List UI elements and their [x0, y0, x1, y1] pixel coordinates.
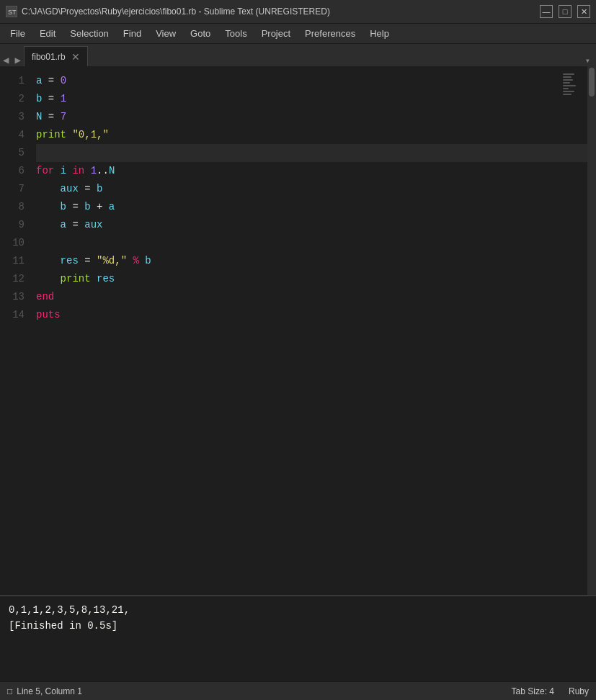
line-num-7: 7: [7, 180, 25, 198]
code-line-2: b = 1: [36, 90, 587, 108]
status-bar: □ Line 5, Column 1 Tab Size: 4 Ruby: [0, 681, 596, 700]
code-area: 1 2 3 4 5 6 7 8 9 10 11 12 13 14 a = 0 b…: [0, 66, 596, 595]
code-line-8: b = b + a: [36, 198, 587, 216]
line-num-5: 5: [7, 144, 25, 162]
line-numbers: 1 2 3 4 5 6 7 8 9 10 11 12 13 14: [0, 66, 29, 595]
line-num-13: 13: [7, 288, 25, 306]
scrollbar-thumb[interactable]: [589, 68, 595, 97]
menu-bar: File Edit Selection Find View Goto Tools…: [0, 23, 596, 43]
menu-edit[interactable]: Edit: [32, 25, 63, 42]
file-tab[interactable]: fibo01.rb ✕: [24, 46, 88, 66]
code-line-1: a = 0: [36, 72, 587, 90]
line-num-8: 8: [7, 198, 25, 216]
status-file-icon: □: [7, 686, 12, 696]
menu-selection[interactable]: Selection: [63, 25, 115, 42]
code-line-11: res = "%d," % b: [36, 252, 587, 270]
menu-view[interactable]: View: [148, 25, 183, 42]
code-line-4: print "0,1,": [36, 126, 587, 144]
status-left: □ Line 5, Column 1: [7, 686, 82, 696]
menu-file[interactable]: File: [3, 25, 32, 42]
vertical-scrollbar[interactable]: [587, 66, 596, 595]
close-button[interactable]: ✕: [577, 5, 590, 18]
app-icon: ST: [6, 6, 17, 17]
nav-left-arrow[interactable]: ◀: [0, 54, 12, 66]
menu-goto[interactable]: Goto: [183, 25, 218, 42]
code-line-3: N = 7: [36, 108, 587, 126]
code-line-13: end: [36, 288, 587, 306]
minimap-icon: [563, 73, 577, 117]
menu-find[interactable]: Find: [116, 25, 148, 42]
tab-dropdown-button[interactable]: ▾: [579, 55, 596, 66]
line-num-12: 12: [7, 270, 25, 288]
svg-text:ST: ST: [8, 9, 17, 16]
output-line-2: [Finished in 0.5s]: [9, 618, 587, 634]
tab-bar: ◀ ▶ fibo01.rb ✕ ▾: [0, 43, 596, 66]
line-num-9: 9: [7, 216, 25, 234]
status-right: Tab Size: 4 Ruby: [512, 686, 589, 696]
code-line-14: puts: [36, 306, 587, 324]
tab-filename: fibo01.rb: [32, 52, 66, 62]
line-num-10: 10: [7, 234, 25, 252]
menu-help[interactable]: Help: [363, 25, 396, 42]
menu-tools[interactable]: Tools: [218, 25, 254, 42]
code-line-5: [36, 144, 587, 162]
tab-close-button[interactable]: ✕: [71, 51, 80, 63]
cursor-position: Line 5, Column 1: [17, 686, 82, 696]
title-bar: ST C:\JA\GD\Proyectos\Ruby\ejercicios\fi…: [0, 0, 596, 23]
menu-preferences[interactable]: Preferences: [298, 25, 363, 42]
code-line-7: aux = b: [36, 180, 587, 198]
line-num-1: 1: [7, 72, 25, 90]
title-bar-left: ST C:\JA\GD\Proyectos\Ruby\ejercicios\fi…: [6, 6, 330, 17]
code-line-12: print res: [36, 270, 587, 288]
line-num-2: 2: [7, 90, 25, 108]
window-title: C:\JA\GD\Proyectos\Ruby\ejercicios\fibo0…: [22, 6, 330, 17]
language-indicator[interactable]: Ruby: [569, 686, 589, 696]
line-num-3: 3: [7, 108, 25, 126]
minimize-button[interactable]: —: [540, 5, 553, 18]
line-num-11: 11: [7, 252, 25, 270]
line-num-4: 4: [7, 126, 25, 144]
menu-project[interactable]: Project: [254, 25, 298, 42]
line-num-14: 14: [7, 306, 25, 324]
tab-size-indicator[interactable]: Tab Size: 4: [512, 686, 554, 696]
code-editor[interactable]: a = 0 b = 1 N = 7 print "0,1," for i in …: [29, 66, 587, 595]
output-line-1: 0,1,1,2,3,5,8,13,21,: [9, 602, 587, 618]
maximize-button[interactable]: □: [559, 5, 571, 18]
output-panel: 0,1,1,2,3,5,8,13,21, [Finished in 0.5s]: [0, 595, 596, 681]
nav-right-arrow[interactable]: ▶: [12, 54, 23, 66]
code-line-9: a = aux: [36, 216, 587, 234]
editor-container: 1 2 3 4 5 6 7 8 9 10 11 12 13 14 a = 0 b…: [0, 66, 596, 681]
window-controls[interactable]: — □ ✕: [540, 5, 590, 18]
code-line-6: for i in 1..N: [36, 162, 587, 180]
line-num-6: 6: [7, 162, 25, 180]
code-line-10: [36, 234, 587, 252]
